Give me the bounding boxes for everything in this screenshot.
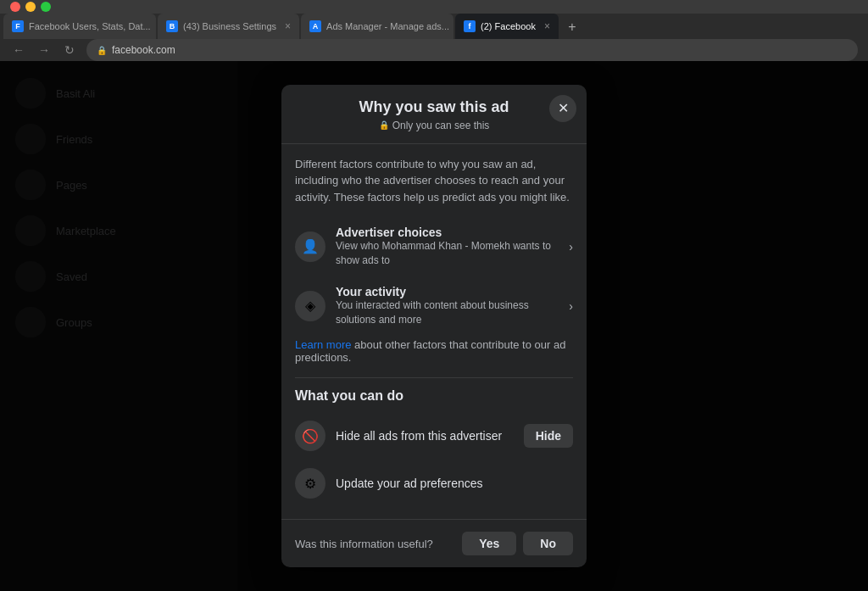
new-tab-button[interactable]: + bbox=[560, 15, 584, 39]
url-text: facebook.com bbox=[112, 44, 175, 56]
minimize-window-button[interactable] bbox=[25, 2, 36, 12]
lock-icon: 🔒 bbox=[97, 46, 107, 55]
person-icon: 👤 bbox=[302, 238, 319, 254]
advertiser-choices-chevron: › bbox=[569, 240, 573, 254]
tabs-bar: F Facebook Users, Stats, Dat... × B (43)… bbox=[0, 14, 868, 39]
close-window-button[interactable] bbox=[10, 2, 20, 12]
your-activity-row[interactable]: ◈ Your activity You interacted with cont… bbox=[295, 276, 573, 336]
gear-icon: ⚙ bbox=[304, 476, 316, 492]
tab-facebook-users[interactable]: F Facebook Users, Stats, Dat... × bbox=[3, 14, 156, 39]
advertiser-choices-row[interactable]: 👤 Advertiser choices View who Mohammad K… bbox=[295, 217, 573, 276]
feedback-row: Was this information useful? Yes No bbox=[281, 519, 587, 567]
tab-label-2: (43) Business Settings bbox=[183, 21, 276, 31]
what-you-can-do-title: What you can do bbox=[295, 388, 573, 404]
dialog-subtitle: 🔒 Only you can see this bbox=[295, 120, 573, 131]
tab-close-4[interactable]: × bbox=[544, 20, 550, 32]
tab-ads-manager[interactable]: A Ads Manager - Manage ads... × bbox=[301, 14, 453, 39]
update-preferences-row[interactable]: ⚙ Update your ad preferences bbox=[295, 460, 573, 507]
tab-favicon-2: B bbox=[166, 20, 178, 32]
dialog-title: Why you saw this ad bbox=[295, 98, 573, 116]
activity-icon: ◈ bbox=[305, 298, 315, 314]
hide-action-row[interactable]: 🚫 Hide all ads from this advertiser Hide bbox=[295, 412, 573, 460]
url-bar[interactable]: 🔒 facebook.com bbox=[86, 39, 858, 61]
title-bar bbox=[0, 0, 868, 14]
hide-button[interactable]: Hide bbox=[524, 424, 573, 448]
advertiser-choices-subtitle: View who Mohammad Khan - Momekh wants to… bbox=[336, 239, 559, 268]
back-button[interactable]: ← bbox=[10, 43, 27, 57]
forward-button[interactable]: → bbox=[36, 43, 53, 57]
modal-overlay: Why you saw this ad 🔒 Only you can see t… bbox=[0, 61, 868, 591]
your-activity-text: Your activity You interacted with conten… bbox=[336, 285, 559, 327]
no-button[interactable]: No bbox=[523, 532, 573, 555]
your-activity-chevron: › bbox=[569, 299, 573, 313]
tab-favicon-3: A bbox=[309, 20, 321, 32]
your-activity-title: Your activity bbox=[336, 285, 559, 298]
tab-favicon-1: F bbox=[12, 20, 24, 32]
your-activity-subtitle: You interacted with content about busine… bbox=[336, 298, 559, 327]
advertiser-choices-icon: 👤 bbox=[295, 231, 326, 262]
tab-favicon-4: f bbox=[464, 20, 476, 32]
hide-ads-label: Hide all ads from this advertiser bbox=[336, 429, 514, 443]
close-dialog-button[interactable]: ✕ bbox=[549, 95, 576, 122]
yes-button[interactable]: Yes bbox=[462, 532, 516, 555]
feedback-question: Was this information useful? bbox=[295, 538, 433, 550]
reload-button[interactable]: ↻ bbox=[61, 43, 78, 57]
address-bar: ← → ↻ 🔒 facebook.com bbox=[0, 39, 868, 61]
tab-label-1: Facebook Users, Stats, Dat... bbox=[29, 21, 151, 31]
learn-more-section: Learn more about other factors that cont… bbox=[295, 335, 573, 374]
page-content: Basit Ali Friends Pages Marketplace Save… bbox=[0, 61, 868, 591]
tab-facebook-active[interactable]: f (2) Facebook × bbox=[455, 14, 559, 39]
hide-ads-icon: 🚫 bbox=[295, 421, 326, 451]
advertiser-choices-text: Advertiser choices View who Mohammad Kha… bbox=[336, 226, 559, 268]
dialog-body: Different factors contribute to why you … bbox=[281, 144, 587, 520]
dialog-subtitle-text: Only you can see this bbox=[392, 120, 490, 131]
learn-more-link[interactable]: Learn more bbox=[295, 338, 351, 351]
update-prefs-label: Update your ad preferences bbox=[336, 477, 573, 490]
your-activity-icon: ◈ bbox=[295, 291, 326, 321]
dialog-description: Different factors contribute to why you … bbox=[295, 156, 573, 206]
advertiser-choices-title: Advertiser choices bbox=[336, 226, 559, 239]
update-prefs-icon: ⚙ bbox=[295, 468, 326, 499]
block-icon: 🚫 bbox=[302, 428, 319, 444]
section-divider-1 bbox=[295, 377, 573, 378]
tab-business-settings[interactable]: B (43) Business Settings × bbox=[158, 14, 299, 39]
maximize-window-button[interactable] bbox=[41, 2, 51, 12]
lock-icon-subtitle: 🔒 bbox=[379, 120, 389, 130]
tab-label-3: Ads Manager - Manage ads... bbox=[326, 21, 449, 31]
tab-label-4: (2) Facebook bbox=[481, 21, 536, 31]
browser-chrome: F Facebook Users, Stats, Dat... × B (43)… bbox=[0, 0, 868, 61]
dialog-header: Why you saw this ad 🔒 Only you can see t… bbox=[281, 85, 587, 131]
traffic-lights bbox=[10, 2, 51, 12]
why-you-saw-this-ad-dialog: Why you saw this ad 🔒 Only you can see t… bbox=[281, 85, 587, 568]
tab-close-2[interactable]: × bbox=[285, 20, 291, 32]
feedback-buttons: Yes No bbox=[462, 532, 573, 555]
